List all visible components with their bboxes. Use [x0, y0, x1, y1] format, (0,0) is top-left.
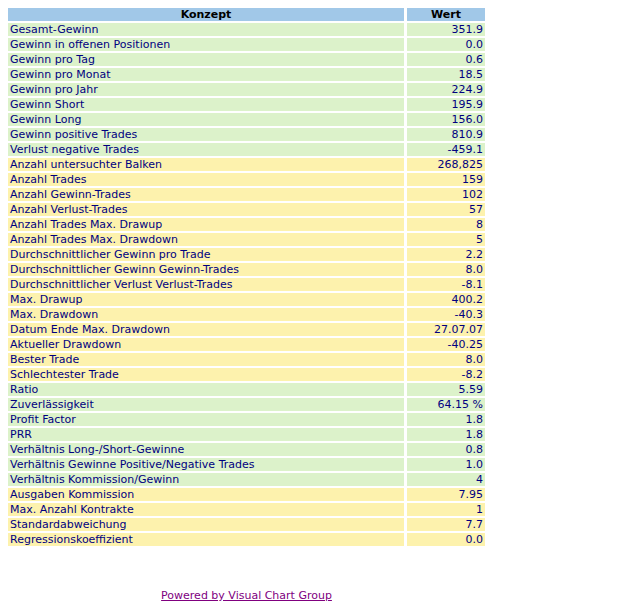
concept-cell: Gewinn Long — [8, 113, 404, 126]
concept-cell: Verlust negative Trades — [8, 143, 404, 156]
value-cell: 0.6 — [407, 53, 485, 66]
table-row: Bester Trade8.0 — [8, 353, 485, 366]
concept-cell: Anzahl Gewinn-Trades — [8, 188, 404, 201]
table-row: Schlechtester Trade-8.2 — [8, 368, 485, 381]
concept-cell: Anzahl Verlust-Trades — [8, 203, 404, 216]
concept-cell: Verhältnis Long-/Short-Gewinne — [8, 443, 404, 456]
table-row: Max. Drawdown-40.3 — [8, 308, 485, 321]
value-cell: 1.8 — [407, 428, 485, 441]
value-cell: 195.9 — [407, 98, 485, 111]
table-row: Zuverlässigkeit64.15 % — [8, 398, 485, 411]
concept-cell: Gewinn pro Tag — [8, 53, 404, 66]
table-row: Anzahl Gewinn-Trades102 — [8, 188, 485, 201]
value-cell: 8.0 — [407, 263, 485, 276]
table-row: Anzahl Verlust-Trades57 — [8, 203, 485, 216]
value-cell: 18.5 — [407, 68, 485, 81]
table-row: Gewinn Long156.0 — [8, 113, 485, 126]
table-row: Gewinn pro Tag0.6 — [8, 53, 485, 66]
concept-cell: Verhältnis Gewinne Positive/Negative Tra… — [8, 458, 404, 471]
value-cell: 351.9 — [407, 23, 485, 36]
table-row: Anzahl Trades159 — [8, 173, 485, 186]
table-row: Gewinn pro Jahr224.9 — [8, 83, 485, 96]
table-row: Anzahl Trades Max. Drawdown5 — [8, 233, 485, 246]
concept-cell: Schlechtester Trade — [8, 368, 404, 381]
value-cell: 1.8 — [407, 413, 485, 426]
concept-cell: Standardabweichung — [8, 518, 404, 531]
table-row: PRR1.8 — [8, 428, 485, 441]
concept-cell: Max. Anzahl Kontrakte — [8, 503, 404, 516]
table-row: Ausgaben Kommission7.95 — [8, 488, 485, 501]
concept-cell: Durchschnittlicher Gewinn pro Trade — [8, 248, 404, 261]
table-row: Verhältnis Gewinne Positive/Negative Tra… — [8, 458, 485, 471]
concept-cell: Datum Ende Max. Drawdown — [8, 323, 404, 336]
table-row: Verlust negative Trades-459.1 — [8, 143, 485, 156]
value-cell: 1.0 — [407, 458, 485, 471]
value-cell: 0.0 — [407, 533, 485, 546]
concept-cell: Gewinn pro Jahr — [8, 83, 404, 96]
concept-cell: Ratio — [8, 383, 404, 396]
concept-cell: Anzahl Trades Max. Drawup — [8, 218, 404, 231]
concept-cell: Anzahl untersuchter Balken — [8, 158, 404, 171]
table-row: Max. Drawup400.2 — [8, 293, 485, 306]
powered-by-link[interactable]: Powered by Visual Chart Group — [161, 589, 332, 602]
table-row: Durchschnittlicher Gewinn Gewinn-Trades8… — [8, 263, 485, 276]
value-cell: 224.9 — [407, 83, 485, 96]
table-row: Datum Ende Max. Drawdown27.07.07 — [8, 323, 485, 336]
value-cell: 57 — [407, 203, 485, 216]
concept-cell: Anzahl Trades Max. Drawdown — [8, 233, 404, 246]
value-cell: 1 — [407, 503, 485, 516]
value-cell: -8.2 — [407, 368, 485, 381]
value-cell: 268,825 — [407, 158, 485, 171]
value-cell: 400.2 — [407, 293, 485, 306]
table-row: Max. Anzahl Kontrakte1 — [8, 503, 485, 516]
value-cell: 0.8 — [407, 443, 485, 456]
value-cell: 159 — [407, 173, 485, 186]
value-cell: 7.95 — [407, 488, 485, 501]
concept-cell: Durchschnittlicher Gewinn Gewinn-Trades — [8, 263, 404, 276]
table-row: Verhältnis Kommission/Gewinn4 — [8, 473, 485, 486]
concept-cell: Durchschnittlicher Verlust Verlust-Trade… — [8, 278, 404, 291]
table-row: Ratio5.59 — [8, 383, 485, 396]
table-row: Durchschnittlicher Gewinn pro Trade2.2 — [8, 248, 485, 261]
concept-cell: Zuverlässigkeit — [8, 398, 404, 411]
value-cell: -40.3 — [407, 308, 485, 321]
concept-cell: Aktueller Drawdown — [8, 338, 404, 351]
value-cell: -40.25 — [407, 338, 485, 351]
concept-cell: Profit Factor — [8, 413, 404, 426]
table-row: Gesamt-Gewinn351.9 — [8, 23, 485, 36]
value-cell: 5.59 — [407, 383, 485, 396]
value-cell: 8 — [407, 218, 485, 231]
value-cell: -8.1 — [407, 278, 485, 291]
value-cell: 2.2 — [407, 248, 485, 261]
concept-cell: Max. Drawdown — [8, 308, 404, 321]
value-cell: 27.07.07 — [407, 323, 485, 336]
table-row: Durchschnittlicher Verlust Verlust-Trade… — [8, 278, 485, 291]
concept-cell: Ausgaben Kommission — [8, 488, 404, 501]
concept-cell: Verhältnis Kommission/Gewinn — [8, 473, 404, 486]
header-row: Konzept Wert — [8, 8, 485, 21]
statistics-table: Konzept Wert Gesamt-Gewinn351.9 Gewinn i… — [5, 6, 488, 548]
concept-cell: PRR — [8, 428, 404, 441]
table-row: Anzahl untersuchter Balken268,825 — [8, 158, 485, 171]
value-cell: 5 — [407, 233, 485, 246]
table-row: Verhältnis Long-/Short-Gewinne0.8 — [8, 443, 485, 456]
concept-cell: Gewinn Short — [8, 98, 404, 111]
value-cell: 102 — [407, 188, 485, 201]
concept-cell: Max. Drawup — [8, 293, 404, 306]
concept-cell: Gewinn in offenen Positionen — [8, 38, 404, 51]
table-row: Gewinn Short195.9 — [8, 98, 485, 111]
report-page: Konzept Wert Gesamt-Gewinn351.9 Gewinn i… — [0, 0, 640, 610]
value-cell: 64.15 % — [407, 398, 485, 411]
value-cell: 4 — [407, 473, 485, 486]
footer: Powered by Visual Chart Group — [5, 589, 488, 602]
concept-cell: Regressionskoeffizient — [8, 533, 404, 546]
table-row: Profit Factor1.8 — [8, 413, 485, 426]
value-cell: -459.1 — [407, 143, 485, 156]
concept-cell: Bester Trade — [8, 353, 404, 366]
concept-cell: Anzahl Trades — [8, 173, 404, 186]
concept-cell: Gewinn pro Monat — [8, 68, 404, 81]
value-cell: 7.7 — [407, 518, 485, 531]
concept-cell: Gewinn positive Trades — [8, 128, 404, 141]
value-cell: 8.0 — [407, 353, 485, 366]
column-header-konzept: Konzept — [8, 8, 404, 21]
